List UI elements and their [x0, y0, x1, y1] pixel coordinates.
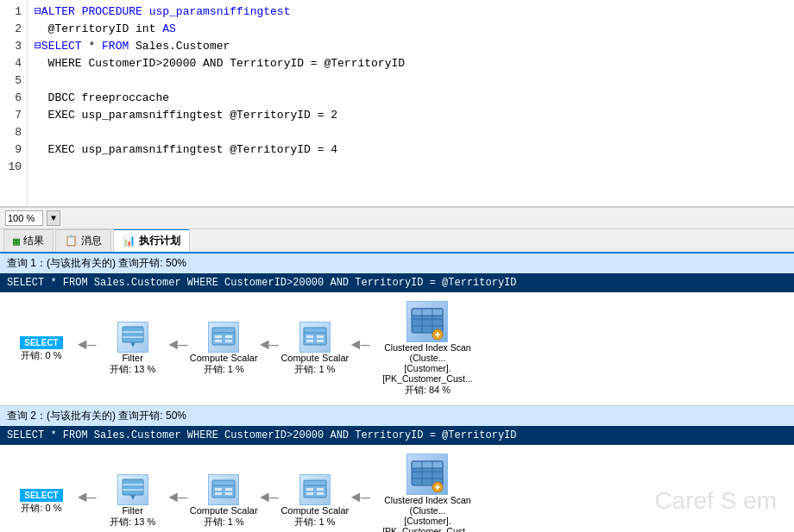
plan-node-select-2: SELECT 开销: 0 %: [7, 489, 76, 515]
svg-rect-40: [317, 492, 324, 495]
svg-rect-42: [412, 461, 443, 468]
arrow-7: ◄—: [260, 489, 279, 506]
svg-rect-8: [215, 340, 222, 342]
svg-marker-3: [130, 342, 135, 347]
message-icon: 📋: [65, 235, 78, 247]
svg-rect-25: [123, 479, 143, 495]
compute1-icon-1: [208, 322, 239, 353]
main-container: 1 2 3 4 5 6 7 8 9 10 ⊟ALTER PROCEDURE us…: [0, 0, 794, 532]
zoom-input[interactable]: [5, 210, 43, 226]
query-2-sql: SELECT * FROM Sales.Customer WHERE Custo…: [0, 426, 794, 445]
plan-icon: 📊: [123, 235, 135, 247]
query-block-2: 查询 2：(与该批有关的) 查询开销: 50% SELECT * FROM Sa…: [0, 406, 794, 532]
zoom-bar: ▼: [0, 207, 794, 229]
editor-area: 1 2 3 4 5 6 7 8 9 10 ⊟ALTER PROCEDURE us…: [0, 0, 794, 207]
plan-node-compute1-1: Compute Scalar 开销: 1 %: [189, 322, 258, 376]
query-2-header: 查询 2：(与该批有关的) 查询开销: 50%: [0, 406, 794, 426]
code-editor[interactable]: ⊟ALTER PROCEDURE usp_paramsniffingtest @…: [28, 0, 794, 206]
svg-rect-33: [215, 492, 222, 495]
arrow-8: ◄—: [351, 489, 370, 506]
svg-rect-34: [225, 492, 232, 495]
query-1-header: 查询 1：(与该批有关的) 查询开销: 50%: [0, 253, 794, 273]
clustered-icon-1: [406, 301, 448, 342]
plan-node-filter-1: Filter 开销: 13 %: [98, 322, 167, 376]
svg-rect-32: [225, 488, 232, 491]
svg-rect-17: [412, 309, 443, 316]
svg-rect-7: [225, 335, 232, 338]
plan-node-filter-2: Filter 开销: 13 %: [98, 474, 167, 529]
svg-marker-28: [130, 495, 135, 500]
compute2-icon-2: [299, 474, 331, 505]
svg-rect-13: [317, 335, 324, 338]
plan-node-compute2-2: Compute Scalar 开销: 1 %: [280, 474, 350, 529]
compute2-icon-1: [299, 322, 331, 353]
plan-node-compute2-1: Compute Scalar 开销: 1 %: [280, 322, 350, 376]
arrow-4: ◄—: [351, 336, 370, 354]
results-scroll[interactable]: 查询 1：(与该批有关的) 查询开销: 50% SELECT * FROM Sa…: [0, 253, 794, 532]
arrow-3: ◄—: [260, 336, 279, 354]
svg-rect-39: [306, 492, 313, 495]
query-block-1: 查询 1：(与该批有关的) 查询开销: 50% SELECT * FROM Sa…: [0, 253, 794, 406]
tab-messages[interactable]: 📋 消息: [55, 229, 111, 252]
bottom-area: ▦ 结果 📋 消息 📊 执行计划 查询 1：(与该批有关的) 查询开销: 50%…: [0, 229, 794, 532]
svg-rect-37: [306, 488, 313, 491]
plan-node-clustered-2: Clustered Index Scan (Cluste...[Customer…: [371, 454, 483, 532]
clustered-icon-2: [406, 454, 448, 495]
svg-rect-9: [225, 340, 232, 342]
zoom-down-button[interactable]: ▼: [47, 210, 60, 226]
svg-rect-0: [123, 327, 143, 342]
svg-rect-38: [317, 488, 324, 491]
svg-rect-15: [317, 340, 324, 342]
grid-icon: ▦: [13, 235, 20, 248]
query-2-plan: SELECT 开销: 0 % ◄—: [0, 445, 794, 532]
svg-rect-31: [215, 488, 222, 491]
filter-icon-1: [117, 322, 148, 353]
arrow-6: ◄—: [169, 489, 188, 506]
arrow-1: ◄—: [78, 336, 97, 354]
select-icon-1: SELECT: [20, 336, 63, 349]
query-1-plan: SELECT 开销: 0 % ◄—: [0, 292, 794, 405]
arrow-5: ◄—: [78, 489, 97, 506]
plan-node-compute1-2: Compute Scalar 开销: 1 %: [189, 474, 258, 529]
tab-results[interactable]: ▦ 结果: [3, 229, 54, 252]
code-container: 1 2 3 4 5 6 7 8 9 10 ⊟ALTER PROCEDURE us…: [0, 0, 794, 206]
query-1-sql: SELECT * FROM Sales.Customer WHERE Custo…: [0, 273, 794, 292]
svg-rect-6: [215, 335, 222, 338]
svg-rect-14: [306, 340, 313, 342]
line-numbers: 1 2 3 4 5 6 7 8 9 10: [0, 0, 28, 206]
compute1-icon-2: [208, 474, 239, 505]
tabs-bar: ▦ 结果 📋 消息 📊 执行计划: [0, 229, 794, 253]
arrow-2: ◄—: [169, 336, 188, 354]
tab-execution-plan[interactable]: 📊 执行计划: [113, 229, 190, 252]
plan-node-clustered-1: Clustered Index Scan (Cluste...[Customer…: [371, 301, 483, 397]
svg-rect-12: [306, 335, 313, 338]
select-icon-2: SELECT: [20, 489, 63, 502]
filter-icon-2: [117, 474, 148, 505]
plan-node-select-1: SELECT 开销: 0 %: [7, 336, 76, 362]
